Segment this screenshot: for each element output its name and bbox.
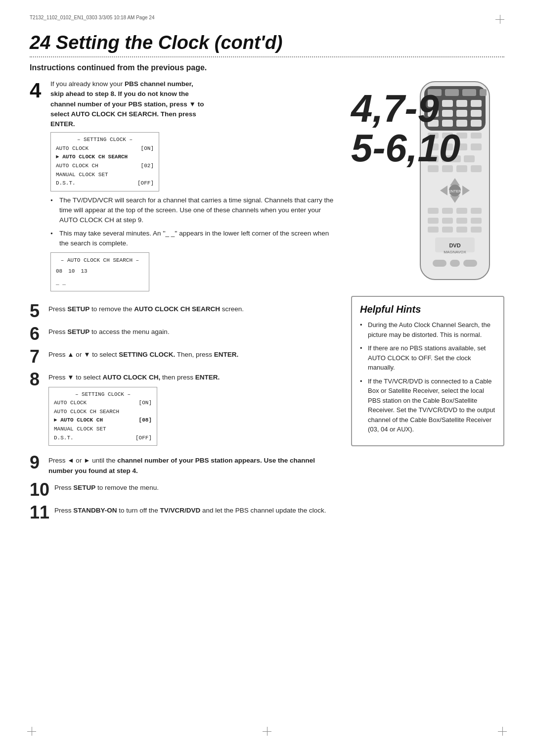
helpful-hints-title: Helpful Hints	[360, 304, 495, 315]
bottom-right-crosshair	[498, 727, 507, 737]
crosshair-icon	[495, 15, 504, 24]
svg-rect-17	[471, 120, 482, 127]
step-8-number: 8	[30, 371, 44, 388]
step-8-block: 8 Press ▼ to select AUTO CLOCK CH, then …	[30, 371, 336, 449]
menu-item-dst: D.S.T.[OFF]	[56, 179, 154, 188]
step-10-content: Press SETUP to remove the menu.	[54, 481, 336, 493]
step-11-number: 11	[30, 504, 49, 521]
step-4-number: 4	[30, 80, 45, 101]
section-subtitle: Instructions continued from the previous…	[30, 63, 504, 72]
svg-rect-44	[442, 218, 453, 224]
svg-rect-32	[471, 165, 482, 172]
svg-rect-4	[462, 89, 476, 96]
menu-item-manual-clock: MANUAL CLOCK SET	[56, 171, 154, 180]
hint-3: If the TV/VCR/DVD is connected to a Cabl…	[360, 377, 495, 434]
divider	[30, 56, 504, 57]
main-columns: 4 If you already know your PBS channel n…	[30, 79, 504, 526]
menu-box-step8: – SETTING CLOCK – AUTO CLOCK[ON] AUTO CL…	[48, 387, 157, 446]
svg-rect-8	[456, 100, 467, 107]
menu-box-step4: – SETTING CLOCK – AUTO CLOCK[ON] ► AUTO …	[50, 132, 159, 191]
svg-text:ENTER: ENTER	[448, 189, 461, 193]
svg-rect-47	[428, 227, 439, 233]
right-column: 4,7-9 5-6,10	[351, 79, 504, 526]
svg-rect-43	[428, 218, 439, 224]
step-11-block: 11 Press STANDBY-ON to turn off the TV/V…	[30, 504, 336, 521]
svg-rect-54	[433, 260, 446, 267]
step-5-number: 5	[30, 302, 44, 320]
step-5-block: 5 Press SETUP to remove the AUTO CLOCK C…	[30, 302, 336, 320]
menu-title-step8: – SETTING CLOCK –	[54, 390, 152, 399]
crosshair-bc-icon	[263, 727, 271, 736]
menu-item-autoclock-ch: AUTO CLOCK CH[02]	[56, 162, 154, 171]
bottom-left-crosshair	[27, 727, 36, 737]
crosshair-bl-icon	[27, 727, 36, 736]
svg-text:DVD: DVD	[449, 242, 460, 248]
page-header: T2132_1102_0102_EN1_0303 3/3/05 10:18 AM…	[30, 15, 504, 25]
svg-text:MAGNAVOX: MAGNAVOX	[444, 250, 466, 254]
svg-rect-25	[471, 143, 482, 150]
crosshair-br-icon	[498, 727, 507, 736]
clock-search-title: – AUTO CLOCK CH SEARCH –	[56, 256, 144, 266]
svg-rect-21	[471, 133, 482, 139]
step-4-text: If you already know your PBS channel num…	[50, 79, 336, 129]
svg-rect-11	[442, 110, 453, 117]
large-numbers-top: 4,7-9	[351, 89, 439, 128]
steps-lower: 5 Press SETUP to remove the AUTO CLOCK C…	[30, 302, 336, 521]
top-right-crosshair	[495, 15, 504, 25]
step-6-number: 6	[30, 325, 44, 343]
svg-rect-42	[471, 208, 482, 214]
svg-rect-15	[442, 120, 453, 127]
hint-1: During the Auto Clock Channel Search, th…	[360, 320, 495, 339]
step-8-content: Press ▼ to select AUTO CLOCK CH, then pr…	[48, 371, 336, 449]
svg-rect-7	[442, 100, 453, 107]
menu-8-ch-selected: ► AUTO CLOCK CH[08]	[54, 416, 152, 425]
menu-8-manual: MANUAL CLOCK SET	[54, 425, 152, 434]
svg-rect-45	[456, 218, 467, 224]
step-9-number: 9	[30, 454, 44, 472]
helpful-hints-list: During the Auto Clock Channel Search, th…	[360, 320, 495, 434]
bullet-list: The TV/DVD/VCR will search for a channel…	[50, 195, 336, 248]
svg-rect-49	[456, 227, 467, 233]
step-6-block: 6 Press SETUP to access the menu again.	[30, 325, 336, 343]
dash-indicator: _ _	[56, 279, 144, 288]
menu-item-ch-search-selected: ► AUTO CLOCK CH SEARCH	[56, 153, 154, 162]
left-column: 4 If you already know your PBS channel n…	[30, 79, 336, 526]
svg-rect-48	[442, 227, 453, 233]
svg-rect-9	[471, 100, 482, 107]
menu-8-ch-search: AUTO CLOCK CH SEARCH	[54, 408, 152, 417]
svg-rect-41	[456, 208, 467, 214]
step-6-content: Press SETUP to access the menu again.	[48, 325, 336, 337]
clock-search-box: – AUTO CLOCK CH SEARCH – 08 10 13 _ _	[50, 252, 149, 291]
page-wrapper: T2132_1102_0102_EN1_0303 3/3/05 10:18 AM…	[0, 0, 534, 756]
svg-rect-46	[471, 218, 482, 224]
hint-2: If there are no PBS stations available, …	[360, 343, 495, 373]
svg-rect-12	[456, 110, 467, 117]
step-7-number: 7	[30, 348, 44, 366]
svg-rect-3	[445, 89, 459, 96]
step-4-block: 4 If you already know your PBS channel n…	[30, 79, 336, 295]
bottom-center-crosshair	[263, 727, 271, 737]
svg-rect-5	[480, 89, 487, 96]
helpful-hints-box: Helpful Hints During the Auto Clock Chan…	[351, 296, 504, 446]
menu-title-step4: – SETTING CLOCK –	[56, 136, 154, 144]
step-5-content: Press SETUP to remove the AUTO CLOCK CH …	[48, 302, 336, 314]
step-11-content: Press STANDBY-ON to turn off the TV/VCR/…	[54, 504, 336, 516]
step-10-block: 10 Press SETUP to remove the menu.	[30, 481, 336, 499]
svg-rect-16	[456, 120, 467, 127]
channel-numbers: 08 10 13	[56, 267, 144, 277]
step-4-content: If you already know your PBS channel num…	[50, 79, 336, 295]
large-numbers-area: 4,7-9 5-6,10	[351, 79, 504, 287]
menu-8-autoclock: AUTO CLOCK[ON]	[54, 399, 152, 408]
step-10-number: 10	[30, 481, 49, 499]
svg-rect-39	[428, 208, 439, 214]
step-7-block: 7 Press ▲ or ▼ to select SETTING CLOCK. …	[30, 348, 336, 366]
svg-rect-13	[471, 110, 482, 117]
menu-item-autoclock: AUTO CLOCK[ON]	[56, 144, 154, 153]
large-numbers-bottom: 5-6,10	[351, 129, 460, 167]
step-9-block: 9 Press ◄ or ► until the channel number …	[30, 454, 336, 476]
header-text: T2132_1102_0102_EN1_0303 3/3/05 10:18 AM…	[30, 15, 154, 20]
svg-rect-28	[464, 155, 475, 162]
step-7-content: Press ▲ or ▼ to select SETTING CLOCK. Th…	[48, 348, 336, 360]
step-9-content: Press ◄ or ► until the channel number of…	[48, 454, 336, 476]
menu-8-dst: D.S.T.[OFF]	[54, 434, 152, 443]
